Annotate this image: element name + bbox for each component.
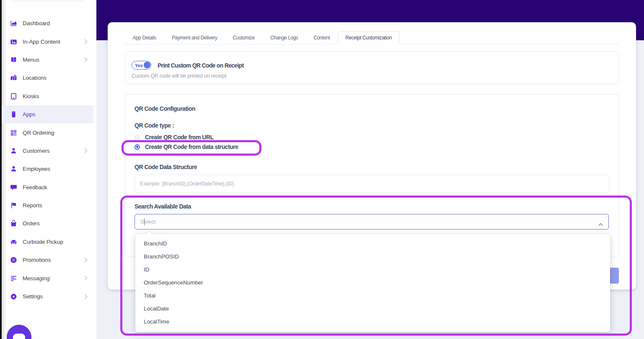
messaging-icon — [10, 275, 17, 282]
print-qr-toggle[interactable]: Yes — [132, 61, 151, 70]
qr-code-type-label: QR Code type : — [134, 121, 609, 130]
qr-config-card: QR Code Configuration QR Code type : Cre… — [125, 94, 619, 257]
tab-customize[interactable]: Customize — [225, 31, 263, 44]
sidebar-nav: Dashboard In-App Content Menus Locations… — [2, 0, 96, 305]
sidebar-item-label: Curbside Pickup — [23, 239, 63, 245]
chevron-right-icon — [84, 294, 88, 299]
sidebar-item-customers[interactable]: Customers — [2, 142, 93, 160]
sidebar-item-dashboard[interactable]: Dashboard — [2, 14, 93, 32]
chevron-right-icon — [84, 258, 88, 263]
app-root: Dashboard In-App Content Menus Locations… — [0, 0, 644, 339]
tab-bar: App Details Payment and Delivery Customi… — [125, 22, 619, 44]
orders-icon — [10, 220, 17, 227]
print-qr-toggle-card: Yes Print Custom QR Code on Receipt Cust… — [125, 51, 619, 84]
sidebar-item-label: Dashboard — [23, 20, 50, 26]
sidebar-item-label: Apps — [23, 111, 35, 117]
select-dropdown-panel: BranchID BranchPOSID ID OrderSequenceNum… — [135, 234, 610, 332]
chevron-up-icon — [598, 220, 603, 224]
sidebar-item-in-app-content[interactable]: In-App Content — [2, 32, 93, 50]
settings-icon — [10, 293, 17, 300]
reports-icon — [10, 202, 17, 209]
chat-widget-button[interactable] — [7, 325, 31, 339]
radio-create-from-data-structure[interactable]: Create QR Code from data structure — [134, 142, 609, 151]
dropdown-option[interactable]: OrderSequenceNumber — [135, 276, 610, 289]
sidebar-item-feedback[interactable]: Feedback — [2, 178, 93, 196]
tab-change-logs[interactable]: Change Logs — [262, 31, 305, 44]
sidebar-item-kiosks[interactable]: Kiosks — [2, 87, 93, 105]
sidebar: Dashboard In-App Content Menus Locations… — [2, 0, 96, 339]
radio-label: Create QR Code from URL — [145, 134, 214, 141]
chevron-right-icon — [84, 39, 88, 44]
promotions-icon — [10, 256, 17, 263]
qr-config-title: QR Code Configuration — [134, 104, 609, 113]
sidebar-item-settings[interactable]: Settings — [2, 287, 93, 305]
tab-app-details[interactable]: App Details — [125, 31, 164, 44]
sidebar-item-employees[interactable]: Employees — [2, 160, 93, 178]
dropdown-option[interactable]: Total — [135, 289, 610, 302]
sidebar-item-label: Menus — [23, 57, 39, 63]
sidebar-item-label: Promotions — [23, 257, 51, 263]
qr-ordering-icon — [10, 129, 17, 136]
sidebar-item-locations[interactable]: Locations — [2, 69, 93, 87]
qr-data-structure-label: QR Code Data Structure — [134, 162, 609, 172]
sidebar-item-label: QR Ordering — [23, 130, 54, 136]
qr-data-structure-input[interactable] — [134, 175, 609, 193]
sidebar-item-label: Kiosks — [23, 93, 39, 99]
sidebar-item-label: Settings — [23, 293, 43, 300]
sidebar-item-promotions[interactable]: Promotions — [2, 251, 93, 269]
tab-label: Change Logs — [270, 35, 298, 41]
dashboard-icon — [10, 20, 17, 27]
tab-label: Content — [313, 35, 330, 41]
sidebar-item-apps[interactable]: Apps — [2, 105, 93, 123]
kiosks-icon — [10, 93, 17, 100]
sidebar-item-label: Messaging — [23, 275, 49, 282]
print-qr-title: Print Custom QR Code on Receipt — [158, 62, 243, 69]
radio-selected-icon[interactable] — [134, 144, 140, 150]
search-available-data-label: Search Available Data — [134, 202, 609, 211]
sidebar-item-label: Locations — [23, 75, 47, 81]
search-data-select[interactable]: Select — [134, 214, 609, 229]
sidebar-item-label: Customers — [23, 148, 49, 154]
tab-content[interactable]: Content — [306, 31, 338, 44]
dropdown-option[interactable]: LocalTime — [135, 315, 610, 328]
sidebar-item-label: Orders — [23, 220, 40, 227]
chevron-right-icon — [84, 276, 88, 281]
toggle-state-label: Yes — [135, 63, 143, 68]
sidebar-item-orders[interactable]: Orders — [2, 214, 93, 232]
sidebar-item-label: Employees — [23, 166, 50, 172]
dropdown-option[interactable]: BranchPOSID — [135, 250, 610, 263]
sidebar-top-divider — [13, 1, 84, 1]
tab-label: Customize — [233, 35, 255, 41]
chevron-right-icon — [84, 57, 88, 62]
radio-create-from-url[interactable]: Create QR Code from URL — [134, 133, 609, 142]
sidebar-item-label: Reports — [23, 202, 42, 209]
chat-bubble-icon — [13, 334, 25, 339]
tab-payment-and-delivery[interactable]: Payment and Delivery — [164, 31, 225, 44]
dropdown-option[interactable]: BranchID — [135, 237, 610, 250]
tab-label: App Details — [133, 35, 156, 41]
tab-label: Receipt Customization — [345, 35, 392, 41]
in-app-content-icon — [10, 38, 17, 45]
customers-icon — [10, 147, 17, 154]
toggle-knob — [144, 62, 150, 68]
sidebar-item-reports[interactable]: Reports — [2, 196, 93, 214]
main-area: App Details Payment and Delivery Customi… — [96, 0, 644, 339]
dropdown-option[interactable]: ID — [135, 263, 610, 276]
sidebar-item-label: Feedback — [23, 184, 47, 190]
tab-receipt-customization[interactable]: Receipt Customization — [338, 31, 400, 44]
menus-icon — [10, 56, 17, 63]
apps-icon — [10, 111, 17, 118]
tab-label: Payment and Delivery — [172, 35, 217, 41]
print-qr-subtitle: Custom QR code will be printed on receip… — [132, 73, 612, 79]
dropdown-option[interactable]: LocalDate — [135, 302, 610, 315]
sidebar-item-messaging[interactable]: Messaging — [2, 269, 93, 287]
sidebar-item-label: In-App Content — [23, 39, 60, 45]
radio-unselected-icon[interactable] — [134, 135, 140, 140]
sidebar-item-curbside-pickup[interactable]: Curbside Pickup — [2, 233, 93, 251]
sidebar-item-menus[interactable]: Menus — [2, 51, 93, 69]
curbside-pickup-icon — [10, 238, 17, 245]
employees-icon — [10, 165, 17, 172]
sidebar-item-qr-ordering[interactable]: QR Ordering — [2, 123, 93, 141]
chevron-right-icon — [84, 148, 88, 153]
select-placeholder: Select — [140, 219, 155, 225]
